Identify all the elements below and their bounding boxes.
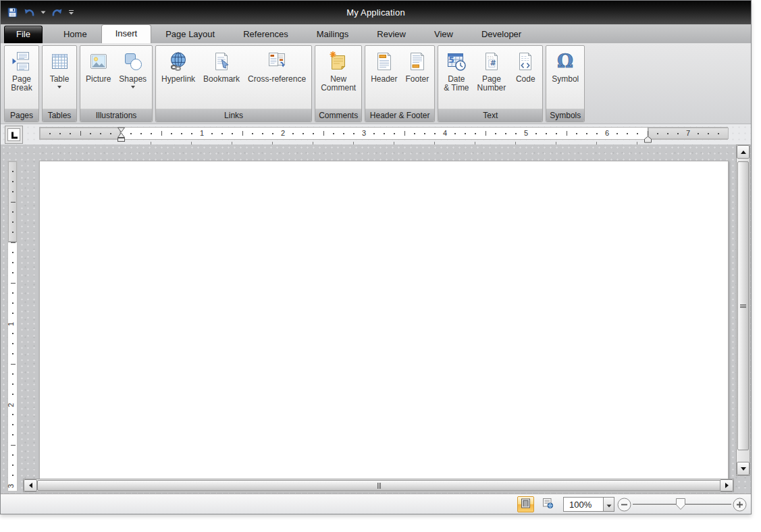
horizontal-scroll-thumb[interactable] (37, 480, 721, 491)
ruler-tick (221, 133, 223, 134)
button-label: Shapes (119, 75, 147, 84)
tab-mailings[interactable]: Mailings (303, 26, 363, 43)
button-label: Page Break (11, 75, 32, 92)
zoom-value[interactable]: 100% (563, 497, 603, 512)
cross-reference-button[interactable]: Cross-reference (244, 46, 310, 109)
ruler-tick (343, 133, 344, 134)
ribbon-group-comments: New CommentComments (315, 45, 362, 122)
ruler-tick (130, 133, 132, 134)
undo-icon[interactable] (23, 7, 36, 18)
ruler-tick (698, 133, 699, 134)
save-icon[interactable] (7, 7, 18, 18)
ruler-tick (12, 434, 14, 435)
zoom-slider-thumb[interactable] (675, 498, 686, 513)
header-button[interactable]: Header (367, 46, 401, 109)
group-caption: Links (156, 109, 311, 122)
ruler-tick (465, 133, 466, 134)
button-label: New Comment (321, 75, 356, 92)
window-title: My Application (82, 7, 670, 18)
code-button[interactable]: Code (510, 46, 541, 109)
ribbon: Page BreakPagesTableTablesPictureShapesI… (1, 43, 751, 124)
print-layout-button[interactable] (517, 496, 534, 512)
bookmark-button[interactable]: Bookmark (199, 46, 244, 109)
ruler-tick (70, 133, 71, 134)
date-time-icon: 5 (446, 51, 467, 72)
tab-stop-selector-button[interactable] (5, 126, 23, 144)
ribbon-group-tables: TableTables (42, 45, 77, 122)
ruler-tick (12, 414, 14, 415)
zoom-combobox[interactable]: 100% (563, 497, 614, 512)
button-label: Footer (406, 75, 429, 84)
ruler-tick (292, 133, 294, 134)
zoom-out-button[interactable] (617, 498, 631, 514)
document-page[interactable] (39, 161, 729, 483)
redo-icon[interactable] (51, 7, 63, 18)
scroll-down-button[interactable] (737, 462, 750, 475)
ribbon-group-pages: Page BreakPages (4, 45, 39, 122)
ruler-number: 7 (686, 129, 690, 137)
qat-customize-icon[interactable] (68, 9, 74, 16)
ruler-tick (627, 133, 628, 134)
ruler-tick (11, 445, 16, 446)
ruler-tick (616, 133, 618, 134)
ruler-tick (586, 133, 587, 134)
ruler-tick (495, 133, 496, 134)
ruler-tick (12, 171, 14, 172)
page-break-icon (11, 51, 32, 72)
quick-access-toolbar (1, 1, 82, 25)
ruler-number: 5 (524, 129, 528, 137)
vertical-scrollbar[interactable] (736, 144, 750, 476)
ruler-row: 1234567 (1, 124, 751, 144)
tab-page-layout[interactable]: Page Layout (151, 26, 229, 43)
ruler-tick (454, 133, 456, 134)
footer-icon (406, 51, 428, 72)
tab-home[interactable]: Home (49, 26, 101, 43)
zoom-dropdown-button[interactable] (603, 497, 614, 512)
horizontal-scrollbar[interactable] (23, 479, 734, 492)
table-button[interactable]: Table (44, 46, 75, 109)
vertical-ruler[interactable]: 123 (7, 161, 18, 491)
scroll-left-button[interactable] (24, 479, 37, 491)
zoom-in-button[interactable] (733, 498, 747, 514)
ribbon-group-links: HyperlinkBookmarkCross-referenceLinks (155, 45, 312, 122)
tab-insert[interactable]: Insert (101, 24, 152, 43)
ruler-tick (12, 181, 14, 182)
ruler-tick (242, 131, 243, 136)
hyperlink-button[interactable]: Hyperlink (157, 46, 199, 109)
new-comment-icon (327, 51, 349, 72)
table-icon (49, 51, 70, 72)
vertical-scroll-thumb[interactable] (737, 161, 749, 450)
application-window: My Application FileHomeInsertPage Layout… (0, 0, 752, 514)
indent-marker[interactable] (117, 127, 126, 145)
footer-button[interactable]: Footer (402, 46, 434, 109)
ruler-tick (252, 133, 253, 134)
tab-review[interactable]: Review (363, 26, 420, 43)
tab-references[interactable]: References (229, 26, 302, 43)
page-number-button[interactable]: #Page Number (473, 46, 510, 109)
scroll-up-button[interactable] (737, 145, 750, 159)
symbol-button[interactable]: ΩSymbol (548, 46, 583, 109)
new-comment-button[interactable]: New Comment (317, 46, 360, 109)
date-time-button[interactable]: 5Date & Time (440, 46, 473, 109)
ruler-tick (12, 191, 14, 192)
svg-text:Ω: Ω (557, 51, 573, 72)
button-label: Date & Time (444, 75, 469, 92)
shapes-button[interactable]: Shapes (115, 46, 151, 109)
tab-file[interactable]: File (4, 26, 43, 43)
ribbon-group-illustrations: PictureShapesIllustrations (80, 45, 153, 122)
web-layout-button[interactable] (539, 496, 556, 512)
page-break-button[interactable]: Page Break (6, 46, 37, 109)
ruler-number: 4 (443, 129, 447, 137)
tab-developer[interactable]: Developer (467, 26, 535, 43)
picture-button[interactable]: Picture (82, 46, 115, 109)
ruler-tick (373, 133, 375, 134)
ruler-tick (12, 221, 14, 223)
right-indent-marker[interactable] (644, 134, 652, 146)
undo-dropdown-icon[interactable] (41, 11, 46, 14)
scroll-right-button[interactable] (720, 479, 733, 491)
title-bar: My Application (1, 1, 751, 25)
horizontal-ruler[interactable]: 1234567 (39, 127, 728, 140)
group-caption: Symbols (546, 109, 584, 122)
ruler-tick (404, 131, 405, 136)
tab-view[interactable]: View (420, 26, 467, 43)
